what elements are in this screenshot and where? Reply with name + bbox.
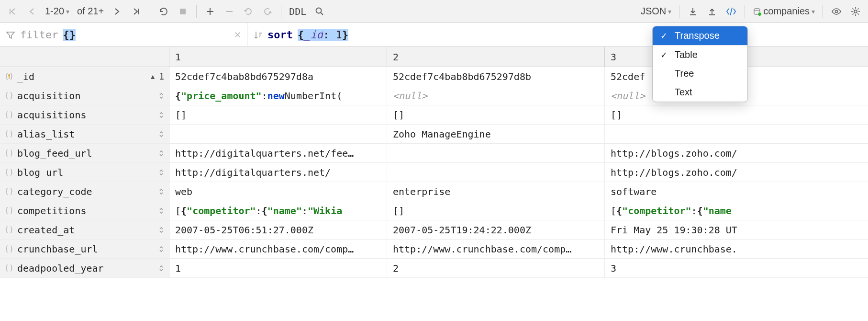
sort-handle-icon[interactable] — [158, 92, 164, 100]
ddl-button[interactable]: DDL — [286, 6, 309, 17]
data-cell[interactable]: Fri May 25 19:30:28 UT — [605, 220, 868, 239]
field-label-cell[interactable]: acquisition — [0, 86, 169, 105]
revert-button[interactable] — [240, 3, 257, 20]
compare-button[interactable] — [723, 3, 740, 20]
prev-page-button[interactable] — [23, 3, 40, 20]
commit-button[interactable] — [259, 3, 276, 20]
datasource-dropdown[interactable]: companies ▾ — [750, 6, 818, 17]
last-page-button[interactable] — [128, 3, 145, 20]
data-cell[interactable]: http://blogs.zoho.com/ — [605, 163, 868, 182]
field-label-cell[interactable]: acquisitions — [0, 105, 169, 124]
data-cell[interactable]: http://www.crunchbase.com/comp… — [387, 240, 605, 258]
data-cell[interactable] — [605, 125, 868, 143]
data-cell[interactable]: <null> — [387, 86, 605, 105]
menu-item-tree[interactable]: Tree — [653, 64, 747, 83]
data-cell[interactable]: [] — [387, 105, 605, 124]
data-cell[interactable]: Zoho ManageEngine — [387, 125, 605, 143]
braces-icon — [5, 206, 13, 215]
field-name: deadpooled_year — [17, 263, 104, 274]
data-cell[interactable]: [] — [169, 105, 387, 124]
data-cell[interactable]: [] — [387, 201, 605, 220]
remove-row-button[interactable] — [221, 3, 238, 20]
sort-handle-icon[interactable] — [158, 264, 164, 272]
stop-button[interactable] — [174, 3, 191, 20]
data-cell[interactable]: http://www.crunchbase. — [605, 240, 868, 258]
next-page-button[interactable] — [109, 3, 126, 20]
first-page-button[interactable] — [4, 3, 21, 20]
settings-button[interactable] — [847, 3, 864, 20]
view-mode-button[interactable] — [828, 3, 845, 20]
import-button[interactable] — [703, 3, 721, 20]
data-cell[interactable]: {"price_amount": new NumberInt( — [169, 86, 387, 105]
field-label-cell[interactable]: blog_feed_url — [0, 144, 169, 162]
toolbar-separator — [679, 5, 679, 18]
output-format-dropdown[interactable]: JSON ▾ — [638, 6, 674, 17]
data-cell[interactable]: 1 — [169, 259, 387, 277]
clear-filter-button[interactable]: ✕ — [234, 30, 241, 40]
filter-input[interactable]: filter {} ✕ — [0, 23, 247, 46]
sort-handle-icon[interactable] — [158, 130, 164, 138]
sort-value: {_id: 1} — [298, 29, 348, 41]
braces-icon — [5, 92, 13, 100]
data-cell[interactable]: 52cdef7c4bab8bd675297d8a — [169, 67, 387, 86]
data-cell[interactable]: [{"competitor": {"name": "Wikia — [169, 201, 387, 220]
chevron-down-icon: ▾ — [66, 8, 69, 15]
add-row-button[interactable] — [201, 3, 219, 20]
data-cell[interactable]: enterprise — [387, 182, 605, 201]
sort-asc-icon: ▲ — [149, 73, 156, 80]
braces-icon — [5, 168, 13, 177]
field-label-cell[interactable]: category_code — [0, 182, 169, 201]
sort-handle-icon[interactable] — [158, 111, 164, 119]
field-label-cell[interactable]: crunchbase_url — [0, 240, 169, 258]
field-label-cell[interactable]: deadpooled_year — [0, 259, 169, 277]
data-cell[interactable]: http://digitalquarters.net/ — [169, 163, 387, 182]
field-label-cell[interactable]: competitions — [0, 201, 169, 220]
field-name: alias_list — [17, 128, 75, 140]
data-cell[interactable]: 2007-05-25T19:24:22.000Z — [387, 220, 605, 239]
data-cell[interactable]: 2 — [387, 259, 605, 277]
sort-handle-icon[interactable] — [158, 169, 164, 176]
page-range-dropdown[interactable]: 1-20 ▾ — [42, 6, 72, 17]
field-label-cell[interactable]: _id▲1 — [0, 67, 169, 86]
table-row: alias_listZoho ManageEngine — [0, 125, 868, 144]
data-cell[interactable]: http://blogs.zoho.com/ — [605, 144, 868, 162]
data-cell[interactable]: 3 — [605, 259, 868, 277]
braces-icon — [5, 187, 13, 196]
sort-handle-icon[interactable] — [158, 226, 164, 234]
data-cell[interactable] — [387, 163, 605, 182]
field-label-cell[interactable]: created_at — [0, 220, 169, 239]
field-label-cell[interactable]: blog_url — [0, 163, 169, 182]
sort-input[interactable]: sort {_id: 1} — [247, 23, 868, 46]
column-header[interactable]: 1 — [169, 47, 387, 67]
menu-item-transpose[interactable]: ✓ Transpose — [653, 26, 747, 45]
data-cell[interactable]: http://www.crunchbase.com/comp… — [169, 240, 387, 258]
data-cell[interactable]: web — [169, 182, 387, 201]
column-header[interactable]: 2 — [387, 47, 605, 67]
data-cell[interactable] — [387, 144, 605, 162]
sort-handle-icon[interactable] — [158, 149, 164, 157]
toolbar-separator — [150, 5, 150, 18]
sort-handle-icon[interactable] — [158, 245, 164, 253]
data-cell[interactable]: 52cdef7c4bab8bd675297d8b — [387, 67, 605, 86]
data-cell[interactable]: 2007-05-25T06:51:27.000Z — [169, 220, 387, 239]
data-cell[interactable]: [] — [605, 105, 868, 124]
table-row: competitions[{"competitor": {"name": "Wi… — [0, 201, 868, 220]
menu-item-text[interactable]: Text — [653, 83, 747, 102]
data-cell[interactable]: [{"competitor": {"name — [605, 201, 868, 220]
data-cell[interactable]: http://digitalquarters.net/fee… — [169, 144, 387, 162]
field-name: acquisition — [17, 90, 80, 102]
sort-handle-icon[interactable] — [158, 207, 164, 215]
data-cell[interactable] — [169, 125, 387, 143]
reload-button[interactable] — [155, 3, 172, 20]
toolbar-separator — [745, 5, 745, 18]
field-name: blog_feed_url — [17, 148, 92, 159]
export-button[interactable] — [684, 3, 701, 20]
datasource-label: companies — [763, 6, 810, 17]
sort-handle-icon[interactable] — [158, 188, 164, 195]
menu-item-table[interactable]: ✓ Table — [653, 46, 747, 64]
toolbar-separator — [823, 5, 823, 18]
table-row: blog_urlhttp://digitalquarters.net/http:… — [0, 163, 868, 182]
data-cell[interactable]: software — [605, 182, 868, 201]
field-label-cell[interactable]: alias_list — [0, 125, 169, 143]
search-button[interactable] — [311, 3, 328, 20]
